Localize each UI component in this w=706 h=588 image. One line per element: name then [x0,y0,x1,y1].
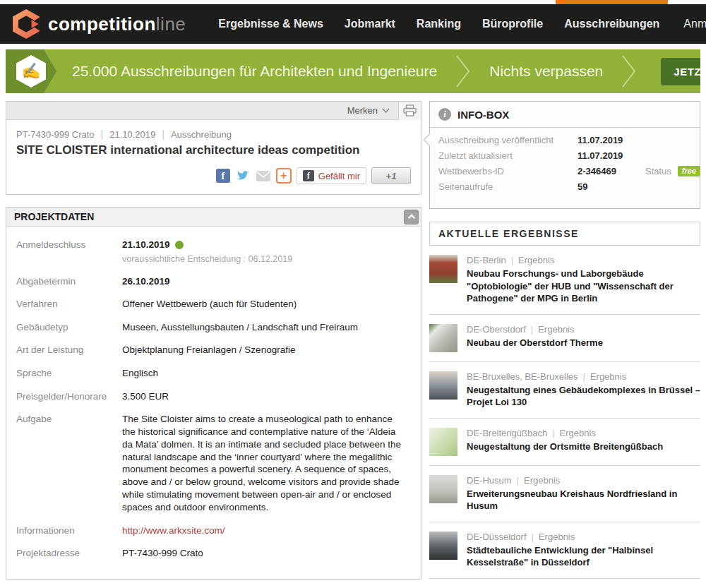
field-row-informationen: Informationen http://www.arkxsite.com/ [16,524,411,537]
banner-badge: ✍ [6,49,56,93]
info-box-title: INFO-BOX [457,109,509,121]
deadline-status-dot [175,241,184,249]
list-item-result[interactable]: DE-Düsseldorf|Ergebnis Städtebauliche En… [429,522,700,579]
breadcrumb: PT-7430-999 Crato|21.10.2019|Ausschreibu… [16,128,411,140]
field-row-art-der-leistung: Art der Leistung Objektplanung Freianlag… [16,344,411,356]
result-thumbnail [429,324,457,352]
writing-hand-icon: ✍ [16,55,46,88]
result-thumbnail [429,532,457,560]
info-row-veroeffentlicht: Ausschreibung veröffentlicht 11.07.2019 [438,135,691,145]
list-item-result[interactable]: DE-Berlin|Ergebnis Neubau Forschungs- un… [429,246,700,315]
field-row-preisgelder: Preisgelder/Honorare 3.500 EUR [16,390,411,403]
article-toolbar: Merken [6,102,421,120]
merken-dropdown[interactable]: Merken [347,105,390,116]
email-share-icon[interactable] [256,170,271,182]
twitter-share-icon[interactable] [235,169,251,183]
field-row-aufgabe: Aufgabe The Site Cloister aims to create… [16,413,411,514]
list-item-result[interactable]: BE-Bruxelles, BE-Bruxelles|Ergebnis Neug… [429,362,700,419]
field-row-abgabetermin: Abgabetermin 26.10.2019 [16,275,411,288]
banner-text-1: 25.000 Ausschreibungen für Architekten u… [72,63,437,80]
projektdaten-section: PROJEKTDATEN Anmeldeschluss 21.10.2019 v… [6,207,421,580]
list-item-result[interactable]: DE-Breitengüßbach|Ergebnis Neugestaltung… [429,419,700,466]
field-row-projektadresse: Projektadresse PT-7430-999 Crato [16,547,411,560]
field-row-sprache: Sprache Englisch [16,367,411,380]
info-row-seitenaufrufe: Seitenaufrufe 59 [438,181,691,192]
article-card: Merken PT-7430 [6,101,421,195]
nav-item-jobmarkt[interactable]: Jobmarkt [345,4,395,44]
social-share-row: f + f Gefällt mir +1 [16,167,411,184]
main-nav: Ergebnisse & News Jobmarkt Ranking Bürop… [218,4,659,44]
jetzt-testen-button[interactable]: JETZT TESTEN❯ [661,58,700,85]
breadcrumb-project-id: PT-7430-999 Crato [16,129,95,140]
sharethis-plus-icon[interactable]: + [276,168,292,184]
expected-decision-note: voraussichtliche Entscheidung : 06.12.20… [122,253,405,265]
facebook-like-button[interactable]: f Gefällt mir [297,167,366,184]
project-website-link[interactable]: http://www.arkxsite.com/ [122,525,225,536]
facebook-share-icon[interactable]: f [216,169,230,183]
top-navigation-bar: competitionline Ergebnisse & News Jobmar… [0,4,706,44]
page: competitionline Ergebnisse & News Jobmar… [0,0,706,588]
result-thumbnail [429,475,457,503]
list-item-result[interactable]: CN-Xiong'an|Ergebnis Xiong'an New Area –… [429,579,700,588]
banner-text-2: Nichts verpassen [489,63,603,80]
printer-icon [403,104,417,116]
login-link[interactable]: Anmelden [683,18,706,30]
nav-item-bueroprofile[interactable]: Büroprofile [482,4,543,44]
brand-logo[interactable]: competitionline [11,9,186,39]
result-thumbnail [429,255,457,283]
ergebnisse-list: DE-Berlin|Ergebnis Neubau Forschungs- un… [429,246,700,588]
print-button[interactable] [398,102,421,120]
promo-banner: ✍ 25.000 Ausschreibungen für Architekten… [6,49,700,93]
ergebnisse-header: AKTUELLE ERGEBNISSE [429,222,700,246]
list-item-result[interactable]: DE-Oberstdorf|Ergebnis Neubau der Oberst… [429,315,700,362]
nav-item-ranking[interactable]: Ranking [417,4,461,44]
breadcrumb-type: Ausschreibung [171,129,232,140]
result-thumbnail [429,371,457,400]
chevron-separator-icon [621,54,637,88]
info-row-wettbewerbs-id: Wettbewerbs-ID 2-346469 Status free [438,166,691,176]
chevron-down-icon [382,108,390,113]
field-row-anmeldeschluss: Anmeldeschluss 21.10.2019 voraussichtlic… [16,239,411,265]
list-item-result[interactable]: DE-Husum|Ergebnis Erweiterungsneubau Kre… [429,466,700,522]
info-icon: i [438,108,451,121]
breadcrumb-date: 21.10.2019 [109,129,155,140]
info-box: i INFO-BOX Ausschreibung veröffentlicht … [429,101,700,209]
google-plusone-button[interactable]: +1 [371,167,411,184]
status-badge: free [678,166,700,176]
section-title-projektdaten: PROJEKTDATEN [14,211,94,222]
nav-item-ausschreibungen[interactable]: Ausschreibungen [564,4,659,44]
brand-hexagon-icon [11,9,41,39]
facebook-mini-icon: f [303,170,314,181]
field-row-gebaeudetyp: Gebäudetyp Museen, Ausstellungsbauten / … [16,321,411,334]
status-label: Status [645,166,671,176]
chevron-separator-icon [455,54,471,88]
info-row-aktualisiert: Zuletzt aktualisiert 11.07.2019 [438,150,691,161]
brand-wordmark: competitionline [48,13,186,35]
chevron-up-icon [407,214,415,222]
field-row-verfahren: Verfahren Offener Wettbewerb (auch für S… [16,298,411,311]
nav-item-ergebnisse-news[interactable]: Ergebnisse & News [218,4,323,44]
page-title: SITE CLOISTER international architecture… [16,143,411,157]
result-thumbnail [429,428,457,456]
collapse-button[interactable] [404,210,419,224]
